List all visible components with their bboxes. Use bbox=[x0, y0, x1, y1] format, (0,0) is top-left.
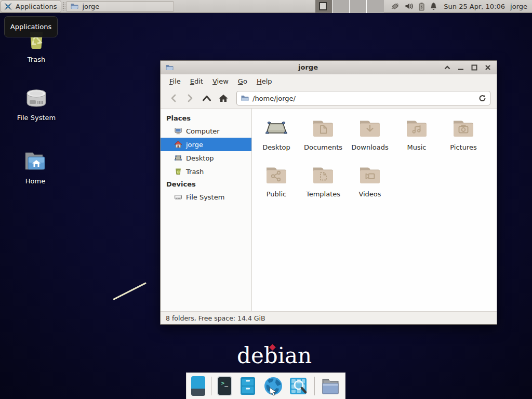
applications-menu-label: Applications bbox=[16, 3, 57, 10]
file-item-desktop[interactable]: Desktop bbox=[253, 116, 300, 151]
menu-help[interactable]: Help bbox=[252, 75, 277, 87]
downloads-folder-icon bbox=[357, 116, 382, 141]
public-folder-icon bbox=[264, 163, 289, 188]
notifications-bell-icon[interactable] bbox=[430, 2, 437, 10]
drive-icon bbox=[174, 193, 182, 201]
battery-icon[interactable] bbox=[418, 2, 425, 11]
applications-menu-button[interactable]: Applications bbox=[1, 1, 61, 12]
sidebar-item-trash[interactable]: Trash bbox=[161, 165, 251, 178]
file-label: Music bbox=[407, 143, 427, 151]
workspace-pager[interactable] bbox=[315, 0, 384, 13]
music-folder-icon bbox=[404, 116, 429, 141]
file-item-downloads[interactable]: Downloads bbox=[347, 116, 393, 151]
applications-tooltip: Applications bbox=[4, 16, 58, 37]
taskbar-window-label: jorge bbox=[82, 3, 99, 10]
system-tray bbox=[390, 2, 437, 11]
desktop-icon-label: File System bbox=[17, 114, 56, 122]
toolbar: /home/jorge/ bbox=[161, 88, 497, 109]
workspace-2[interactable] bbox=[332, 0, 350, 13]
sidebar-devices-header: Devices bbox=[161, 178, 251, 190]
statusbar-text: 8 folders, Free space: 14.4 GiB bbox=[166, 314, 265, 322]
desktop-scratch-line bbox=[113, 282, 147, 300]
file-label: Videos bbox=[358, 190, 381, 198]
path-text[interactable]: /home/jorge/ bbox=[252, 95, 478, 102]
templates-folder-icon bbox=[311, 163, 336, 188]
home-folder-icon bbox=[22, 150, 49, 175]
workspace-3[interactable] bbox=[350, 0, 367, 13]
tooltip-text: Applications bbox=[10, 23, 51, 31]
desktop-icon-label: Trash bbox=[28, 56, 45, 63]
terminal-icon[interactable]: >_ bbox=[217, 376, 233, 396]
pictures-folder-icon bbox=[451, 116, 476, 141]
file-label: Downloads bbox=[351, 143, 388, 151]
close-button[interactable] bbox=[483, 63, 492, 72]
panel-handle[interactable] bbox=[62, 2, 65, 10]
sidebar-item-label: Computer bbox=[186, 127, 220, 135]
volume-icon[interactable] bbox=[405, 2, 414, 10]
web-browser-icon[interactable] bbox=[263, 376, 283, 396]
file-label: Pictures bbox=[450, 143, 476, 151]
sidebar-item-desktop[interactable]: Desktop bbox=[161, 151, 251, 165]
sidebar-item-filesystem[interactable]: File System bbox=[161, 190, 251, 204]
home-button[interactable] bbox=[216, 90, 231, 106]
file-manager-window: jorge File Edit View Go Help bbox=[160, 60, 497, 325]
file-item-documents[interactable]: Documents bbox=[300, 116, 347, 151]
file-item-public[interactable]: Public bbox=[253, 163, 300, 198]
dock-separator bbox=[211, 377, 211, 395]
bottom-dock: >_ bbox=[186, 373, 345, 399]
desktop-icon-label: Home bbox=[25, 177, 45, 185]
forward-button[interactable] bbox=[182, 90, 198, 106]
window-folder-icon bbox=[165, 63, 174, 72]
menu-file[interactable]: File bbox=[165, 75, 185, 87]
file-view[interactable]: Desktop Documents Download bbox=[252, 109, 497, 311]
debian-logo: debian bbox=[237, 343, 312, 368]
menu-go[interactable]: Go bbox=[233, 75, 252, 87]
folder-icon bbox=[70, 2, 78, 10]
file-item-music[interactable]: Music bbox=[393, 116, 440, 151]
sidebar-item-home[interactable]: jorge bbox=[161, 138, 251, 151]
network-icon[interactable] bbox=[390, 2, 400, 10]
panel-clock[interactable]: Sun 25 Apr, 10:06 bbox=[444, 3, 505, 10]
up-button[interactable] bbox=[199, 90, 215, 106]
hard-drive-icon bbox=[23, 87, 50, 111]
computer-icon bbox=[174, 127, 182, 135]
show-desktop-icon[interactable] bbox=[191, 376, 205, 396]
taskbar-window-button[interactable]: jorge bbox=[66, 1, 174, 12]
sidebar-item-label: File System bbox=[186, 193, 224, 201]
location-bar[interactable]: /home/jorge/ bbox=[236, 91, 490, 105]
directory-menu-icon[interactable] bbox=[321, 376, 340, 396]
file-item-pictures[interactable]: Pictures bbox=[440, 116, 487, 151]
workspace-window-preview bbox=[319, 2, 327, 10]
back-button[interactable] bbox=[166, 90, 181, 106]
home-icon bbox=[174, 140, 182, 149]
shade-button[interactable] bbox=[443, 63, 451, 72]
documents-folder-icon bbox=[311, 116, 336, 141]
workspace-1[interactable] bbox=[315, 0, 332, 13]
menu-edit[interactable]: Edit bbox=[185, 75, 208, 87]
file-item-templates[interactable]: Templates bbox=[300, 163, 347, 198]
workspace-4[interactable] bbox=[367, 0, 384, 13]
file-label: Documents bbox=[304, 143, 342, 151]
top-panel: Applications jorge bbox=[0, 0, 532, 13]
desktop-icon bbox=[174, 154, 182, 162]
trash-icon bbox=[174, 167, 182, 176]
desktop-special-icon bbox=[264, 116, 289, 141]
sidebar-places-header: Places bbox=[161, 112, 251, 124]
maximize-button[interactable] bbox=[470, 63, 478, 72]
desktop-icon-filesystem[interactable]: File System bbox=[11, 87, 61, 122]
app-finder-icon[interactable] bbox=[289, 376, 309, 396]
path-folder-icon bbox=[241, 94, 249, 102]
reload-icon[interactable] bbox=[478, 94, 486, 102]
file-label: Public bbox=[267, 190, 286, 198]
minimize-button[interactable] bbox=[456, 63, 465, 72]
menu-view[interactable]: View bbox=[208, 75, 233, 87]
file-item-videos[interactable]: Videos bbox=[347, 163, 393, 198]
window-titlebar[interactable]: jorge bbox=[161, 61, 497, 74]
sidebar: Places Computer jorge bbox=[161, 109, 252, 311]
sidebar-item-computer[interactable]: Computer bbox=[161, 124, 251, 138]
panel-username[interactable]: jorge bbox=[510, 3, 527, 10]
file-manager-icon[interactable] bbox=[238, 376, 258, 396]
sidebar-item-label: Desktop bbox=[186, 154, 214, 162]
desktop-icon-home[interactable]: Home bbox=[10, 150, 60, 185]
menubar: File Edit View Go Help bbox=[161, 74, 497, 88]
